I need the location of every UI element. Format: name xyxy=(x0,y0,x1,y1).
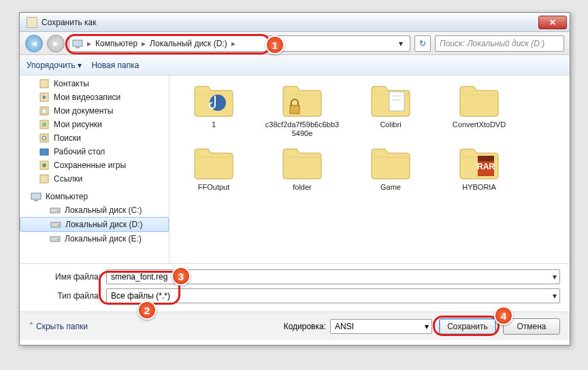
folder-icon xyxy=(192,145,235,180)
sidebar-item[interactable]: Контакты xyxy=(20,77,169,90)
folder-icon xyxy=(39,119,50,130)
svg-rect-16 xyxy=(34,200,38,201)
titlebar[interactable]: Сохранить как ✕ xyxy=(20,13,570,32)
sidebar-item[interactable]: Мои документы xyxy=(20,104,169,118)
file-item[interactable]: 1 xyxy=(176,82,251,138)
annotation-badge-3: 3 xyxy=(172,267,191,286)
crumb-computer[interactable]: Компьютер xyxy=(93,39,140,48)
svg-text:RAR: RAR xyxy=(477,162,495,171)
folder-icon xyxy=(280,82,324,118)
filename-value: smena_font.reg xyxy=(111,272,167,282)
sidebar-drive[interactable]: Локальный диск (D:) xyxy=(20,217,169,232)
search-input[interactable]: Поиск: Локальный диск (D:) xyxy=(435,35,564,52)
chevron-down-icon[interactable]: ▾ xyxy=(553,272,557,282)
folder-icon xyxy=(457,82,501,118)
window-title: Сохранить как xyxy=(42,18,538,27)
sidebar-item[interactable]: Поиски xyxy=(20,131,169,145)
drive-icon xyxy=(50,205,61,216)
filetype-select[interactable]: Все файлы (*.*) ▾ xyxy=(106,288,560,303)
sidebar-computer[interactable]: Компьютер xyxy=(20,190,169,203)
folder-icon xyxy=(39,160,50,171)
crumb-drive[interactable]: Локальный диск (D:) xyxy=(147,39,230,48)
folder-icon xyxy=(39,78,50,89)
file-label: ConvertXtoDVD xyxy=(453,120,506,129)
folder-icon xyxy=(39,146,50,157)
svg-rect-17 xyxy=(50,208,60,213)
svg-rect-24 xyxy=(290,105,299,114)
sidebar-item[interactable]: Мои рисунки xyxy=(20,118,169,131)
file-item[interactable]: c38cf2da7f59b6c6bb35490e xyxy=(265,82,340,138)
annotation-badge-1: 1 xyxy=(265,35,284,54)
bottom-panel: Имя файла: smena_font.reg ▾ Тип файла: В… xyxy=(20,263,570,312)
main-area: КонтактыМои видеозаписиМои документыМои … xyxy=(20,75,570,263)
svg-rect-25 xyxy=(389,92,404,111)
svg-rect-21 xyxy=(50,237,60,241)
file-item[interactable]: Game xyxy=(353,145,428,192)
forward-button[interactable]: ► xyxy=(47,35,65,52)
file-label: FFOutput xyxy=(198,183,229,192)
sidebar: КонтактыМои видеозаписиМои документыМои … xyxy=(20,75,169,263)
folder-icon xyxy=(369,82,412,118)
file-item[interactable]: ConvertXtoDVD xyxy=(442,82,517,138)
file-item[interactable]: folder xyxy=(265,145,340,192)
file-label: 1 xyxy=(212,120,216,129)
file-area[interactable]: 1c38cf2da7f59b6c6bb35490eColibriConvertX… xyxy=(169,75,570,263)
drive-icon xyxy=(50,219,61,230)
svg-rect-8 xyxy=(42,122,46,127)
file-label: Game xyxy=(380,183,401,192)
svg-rect-9 xyxy=(40,134,48,142)
new-folder-button[interactable]: Новая папка xyxy=(91,61,139,70)
chevron-right-icon: ▸ xyxy=(140,39,147,48)
chevron-right-icon: ▸ xyxy=(86,39,93,48)
svg-rect-1 xyxy=(76,47,80,48)
sidebar-item[interactable]: Рабочий стол xyxy=(20,145,169,158)
folder-icon xyxy=(280,145,324,180)
save-button[interactable]: Сохранить xyxy=(439,318,496,335)
hide-folders-link[interactable]: ˄Скрыть папки xyxy=(29,322,88,331)
refresh-button[interactable]: ↻ xyxy=(414,35,431,52)
organize-menu[interactable]: Упорядочить▾ xyxy=(27,61,82,70)
file-item[interactable]: RARHYBORIA xyxy=(442,145,517,192)
computer-icon xyxy=(72,38,83,49)
back-button[interactable]: ◄ xyxy=(25,35,43,52)
encoding-select[interactable]: ANSI▾ xyxy=(330,319,432,334)
folder-icon xyxy=(39,92,50,103)
chevron-down-icon[interactable]: ▾ xyxy=(425,322,429,331)
file-label: folder xyxy=(293,183,312,192)
svg-point-13 xyxy=(42,163,46,167)
sidebar-item[interactable]: Сохраненные игры xyxy=(20,158,169,172)
file-label: Colibri xyxy=(380,120,401,129)
chevron-down-icon[interactable]: ▾ xyxy=(395,39,407,48)
sidebar-item[interactable]: Ссылки xyxy=(20,172,169,186)
refresh-icon: ↻ xyxy=(419,39,426,48)
breadcrumb[interactable]: ▸ Компьютер ▸ Локальный диск (D:) ▸ ▾ xyxy=(69,35,410,52)
annotation-badge-2: 2 xyxy=(137,301,157,320)
arrow-right-icon: ► xyxy=(52,39,60,48)
folder-icon xyxy=(39,133,50,144)
drive-icon xyxy=(50,233,61,244)
sidebar-item[interactable]: Мои видеозаписи xyxy=(20,90,169,104)
svg-rect-0 xyxy=(73,40,82,46)
file-item[interactable]: FFOutput xyxy=(176,145,251,192)
file-label: c38cf2da7f59b6c6bb35490e xyxy=(265,120,340,138)
navbar: ◄ ► ▸ Компьютер ▸ Локальный диск (D:) ▸ … xyxy=(20,32,570,55)
svg-rect-29 xyxy=(478,156,494,161)
svg-point-22 xyxy=(57,239,59,240)
chevron-down-icon: ▾ xyxy=(78,61,82,70)
close-icon: ✕ xyxy=(549,18,556,27)
folder-icon xyxy=(39,173,50,184)
close-button[interactable]: ✕ xyxy=(538,16,567,29)
chevron-down-icon[interactable]: ▾ xyxy=(553,291,557,301)
sidebar-drive[interactable]: Локальный диск (E:) xyxy=(20,232,169,246)
file-item[interactable]: Colibri xyxy=(353,82,428,138)
arrow-left-icon: ◄ xyxy=(30,39,38,48)
folder-icon xyxy=(369,145,412,180)
file-label: HYBORIA xyxy=(462,183,496,192)
encoding-label: Кодировка: xyxy=(284,322,326,331)
svg-point-18 xyxy=(57,210,59,212)
footer: ˄Скрыть папки Кодировка: ANSI▾ Сохранить… xyxy=(20,312,570,340)
filename-label: Имя файла: xyxy=(29,272,101,282)
app-icon xyxy=(27,17,37,28)
svg-point-20 xyxy=(58,224,59,226)
sidebar-drive[interactable]: Локальный диск (C:) xyxy=(20,203,169,217)
